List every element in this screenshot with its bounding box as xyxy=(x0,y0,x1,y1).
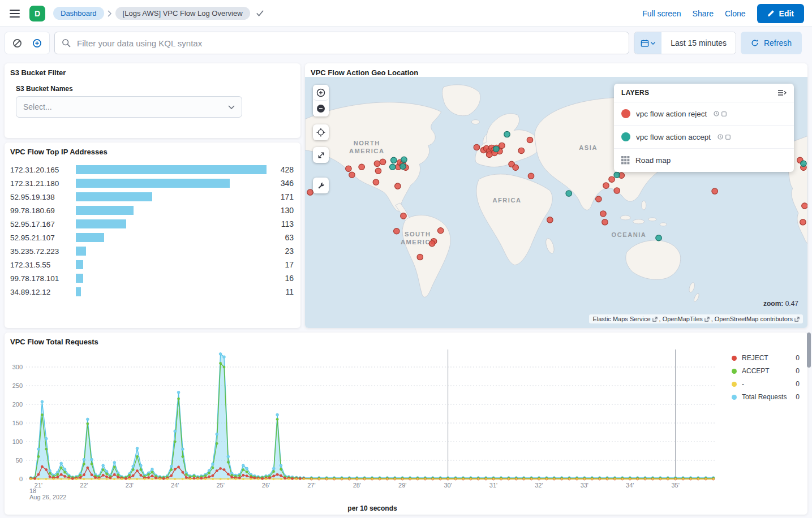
data-point[interactable] xyxy=(227,461,229,463)
data-point[interactable] xyxy=(637,478,638,480)
data-point[interactable] xyxy=(223,468,225,470)
data-point[interactable] xyxy=(242,478,244,480)
data-point[interactable] xyxy=(204,474,207,477)
data-point[interactable] xyxy=(216,433,218,435)
data-point[interactable] xyxy=(219,353,222,356)
attribution-link[interactable]: OpenMapTiles xyxy=(663,316,703,322)
data-point[interactable] xyxy=(91,458,93,461)
data-point[interactable] xyxy=(295,478,297,480)
reject-dot[interactable] xyxy=(474,144,480,150)
time-range-button[interactable]: Last 15 minutes xyxy=(661,32,736,54)
data-point[interactable] xyxy=(83,474,85,476)
reject-dot[interactable] xyxy=(417,254,423,260)
check-icon[interactable] xyxy=(256,9,264,18)
clone-link[interactable]: Clone xyxy=(725,9,746,18)
data-point[interactable] xyxy=(667,478,669,480)
reject-dot[interactable] xyxy=(518,148,525,153)
data-point[interactable] xyxy=(208,476,210,478)
accept-dot[interactable] xyxy=(493,146,500,152)
data-point[interactable] xyxy=(45,437,48,440)
data-point[interactable] xyxy=(128,474,131,476)
data-point[interactable] xyxy=(349,478,350,480)
data-point[interactable] xyxy=(515,478,517,480)
data-point[interactable] xyxy=(53,478,54,480)
ip-bar[interactable] xyxy=(76,206,267,215)
data-point[interactable] xyxy=(144,478,145,480)
data-point[interactable] xyxy=(280,478,282,480)
reject-dot[interactable] xyxy=(609,176,615,182)
accept-dot[interactable] xyxy=(656,235,662,241)
data-point[interactable] xyxy=(45,468,48,470)
layer-clock-icon[interactable] xyxy=(714,111,719,116)
data-point[interactable] xyxy=(37,448,40,451)
data-point[interactable] xyxy=(216,442,218,444)
reject-dot[interactable] xyxy=(349,172,355,178)
data-point[interactable] xyxy=(659,478,661,480)
data-point[interactable] xyxy=(645,478,646,480)
data-point[interactable] xyxy=(174,441,176,443)
data-point[interactable] xyxy=(49,472,51,474)
data-point[interactable] xyxy=(276,418,278,420)
data-point[interactable] xyxy=(231,476,233,478)
data-point[interactable] xyxy=(57,476,59,478)
data-point[interactable] xyxy=(174,478,176,480)
data-point[interactable] xyxy=(41,465,43,468)
data-point[interactable] xyxy=(303,478,305,480)
data-point[interactable] xyxy=(177,391,180,394)
add-filter-icon[interactable] xyxy=(29,35,45,51)
data-point[interactable] xyxy=(64,471,66,473)
reject-dot[interactable] xyxy=(600,211,607,217)
data-point[interactable] xyxy=(178,398,180,400)
data-point[interactable] xyxy=(478,478,479,480)
data-point[interactable] xyxy=(280,464,282,467)
data-point[interactable] xyxy=(121,478,123,480)
data-point[interactable] xyxy=(268,477,270,479)
data-point[interactable] xyxy=(182,478,183,480)
data-point[interactable] xyxy=(154,477,157,479)
data-point[interactable] xyxy=(318,478,320,480)
legend-item[interactable]: REJECT0 xyxy=(732,354,800,362)
data-point[interactable] xyxy=(148,476,150,478)
data-point[interactable] xyxy=(49,469,51,472)
data-point[interactable] xyxy=(242,474,244,476)
data-point[interactable] xyxy=(538,478,540,480)
data-point[interactable] xyxy=(545,478,547,480)
data-point[interactable] xyxy=(508,478,509,480)
data-point[interactable] xyxy=(652,478,654,480)
data-point[interactable] xyxy=(170,465,173,468)
data-point[interactable] xyxy=(106,478,108,480)
ip-bar[interactable] xyxy=(76,247,267,256)
data-point[interactable] xyxy=(106,476,108,478)
data-point[interactable] xyxy=(257,478,259,480)
world-map[interactable]: NORTHAMERICASOUTHAMERICAAFRICAASIAOCEANI… xyxy=(305,77,807,328)
layers-list-icon[interactable] xyxy=(777,89,787,96)
data-point[interactable] xyxy=(250,478,252,480)
data-point[interactable] xyxy=(79,476,81,478)
data-point[interactable] xyxy=(102,474,104,476)
data-point[interactable] xyxy=(166,478,168,480)
data-point[interactable] xyxy=(185,473,187,476)
layer-item[interactable]: Road map xyxy=(614,149,794,172)
data-point[interactable] xyxy=(591,478,593,480)
data-point[interactable] xyxy=(60,473,62,476)
data-point[interactable] xyxy=(621,478,623,480)
accept-dot[interactable] xyxy=(504,131,510,137)
data-point[interactable] xyxy=(379,478,381,480)
data-point[interactable] xyxy=(79,474,81,476)
data-point[interactable] xyxy=(41,413,43,416)
data-point[interactable] xyxy=(193,477,195,480)
data-point[interactable] xyxy=(117,474,119,476)
data-point[interactable] xyxy=(246,470,248,473)
data-point[interactable] xyxy=(151,471,153,473)
data-point[interactable] xyxy=(242,468,244,470)
data-point[interactable] xyxy=(68,478,70,480)
data-point[interactable] xyxy=(227,473,229,475)
data-point[interactable] xyxy=(523,478,525,480)
data-point[interactable] xyxy=(182,448,184,451)
data-point[interactable] xyxy=(113,466,115,468)
data-point[interactable] xyxy=(102,464,105,467)
data-point[interactable] xyxy=(91,474,93,476)
reject-dot[interactable] xyxy=(486,152,492,157)
layer-checkbox-icon[interactable] xyxy=(721,111,727,116)
ip-bar[interactable] xyxy=(76,192,267,201)
